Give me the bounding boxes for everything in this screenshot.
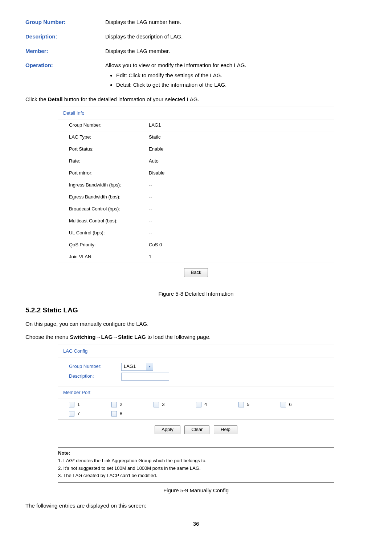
para-click-detail-post: button for the detailed information of y… [63, 96, 199, 102]
detail-row: LAG Type:Static [58, 131, 334, 143]
row-key: Ingress Bandwidth (bps): [69, 182, 149, 189]
apply-button[interactable]: Apply [155, 425, 180, 434]
detail-row: Group Number:LAG1 [58, 119, 334, 131]
row-val: Disable [149, 170, 334, 177]
detail-row: Multicast Control (bps):-- [58, 215, 334, 227]
row-key: Rate: [69, 158, 149, 165]
row-val: Auto [149, 158, 334, 165]
def-text-operation: Allows you to view or modify the informa… [105, 61, 367, 90]
row-key: Join VLAN: [69, 254, 149, 260]
def-label-group-number: Group Number: [25, 18, 105, 26]
port-4-checkbox[interactable] [196, 402, 201, 407]
def-label-operation: Operation: [25, 61, 105, 90]
operation-bullet-detail: Detail: Click to get the information of … [116, 81, 367, 89]
detail-row: Rate:Auto [58, 155, 334, 167]
row-val: -- [149, 182, 334, 189]
para-522-b-post: to load the following page. [146, 334, 211, 340]
note-title: Note: [58, 450, 334, 457]
note-line-3: 3. The LAG created by LACP can't be modi… [58, 472, 334, 479]
figure-5-9-caption: Figure 5-9 Manually Config [25, 487, 367, 495]
lag-config-panel: LAG Config Group Number: LAG1 ▾ Descript… [58, 345, 334, 441]
row-key: Broadcast Control (bps): [69, 206, 149, 213]
operation-bullet-edit: Edit: Click to modify the settings of th… [116, 71, 367, 79]
back-button[interactable]: Back [184, 268, 208, 277]
lag-config-title: LAG Config [58, 345, 334, 357]
row-val: -- [149, 218, 334, 225]
detail-row: Egress Bandwidth (bps):-- [58, 191, 334, 203]
row-val: Static [149, 134, 334, 141]
para-click-detail-pre: Click the [25, 96, 48, 102]
trailing-para: The following entries are displayed on t… [25, 502, 367, 510]
port-8-checkbox[interactable] [111, 411, 117, 416]
port-1-checkbox[interactable] [69, 402, 74, 407]
row-key: Port Status: [69, 146, 149, 153]
note-block: Note: 1. LAG* denotes the Link Aggregati… [58, 447, 334, 483]
detail-info-title: Detail Info [58, 107, 334, 119]
row-key: LAG Type: [69, 134, 149, 141]
para-522-b-bold: Switching→LAG→Static LAG [70, 334, 146, 340]
port-3-checkbox[interactable] [154, 402, 159, 407]
description-input[interactable] [121, 373, 169, 381]
row-key: Group Number: [69, 122, 149, 129]
group-number-value: LAG1 [122, 363, 146, 370]
row-val: -- [149, 230, 334, 237]
row-key: QoS Priority: [69, 242, 149, 249]
def-label-member: Member: [25, 47, 105, 55]
port-label: 1 [77, 401, 80, 408]
port-label: 4 [204, 401, 207, 408]
group-number-select[interactable]: LAG1 ▾ [121, 363, 153, 371]
note-line-1: 1. LAG* denotes the Link Aggregation Gro… [58, 457, 334, 464]
description-label: Description: [69, 373, 113, 380]
port-5-checkbox[interactable] [238, 402, 244, 407]
group-number-label: Group Number: [69, 363, 113, 370]
para-522-a: On this page, you can manually configure… [25, 320, 367, 328]
clear-button[interactable]: Clear [184, 425, 209, 434]
member-port-grid: 1 2 3 4 5 6 7 8 [58, 398, 334, 420]
detail-row: Port Status:Enable [58, 143, 334, 155]
detail-row: Port mirror:Disable [58, 167, 334, 179]
port-2-checkbox[interactable] [111, 402, 117, 407]
para-522-b: Choose the menu Switching→LAG→Static LAG… [25, 333, 367, 341]
help-button[interactable]: Help [214, 425, 237, 434]
page-number: 36 [25, 520, 367, 528]
port-label: 3 [162, 401, 164, 408]
row-key: UL Control (bps): [69, 230, 149, 237]
port-label: 7 [77, 410, 80, 417]
port-6-checkbox[interactable] [281, 402, 286, 407]
def-text-member: Displays the LAG member. [105, 47, 367, 55]
operation-intro: Allows you to view or modify the informa… [105, 62, 246, 68]
detail-row: Broadcast Control (bps):-- [58, 203, 334, 215]
row-val: -- [149, 194, 334, 201]
row-key: Port mirror: [69, 170, 149, 177]
def-label-description: Description: [25, 33, 105, 41]
note-line-2: 2. It's not suggested to set 100M and 10… [58, 465, 334, 472]
para-click-detail: Click the Detail button for the detailed… [25, 95, 367, 103]
def-text-description: Displays the description of LAG. [105, 33, 367, 41]
figure-5-8-caption: Figure 5-8 Detailed Information [25, 290, 367, 298]
detail-row: QoS Priority:CoS 0 [58, 239, 334, 251]
detail-row: Ingress Bandwidth (bps):-- [58, 179, 334, 191]
para-522-b-pre: Choose the menu [25, 334, 70, 340]
row-val: LAG1 [149, 122, 334, 129]
heading-5-2-2: 5.2.2 Static LAG [25, 305, 367, 315]
port-label: 6 [289, 401, 291, 408]
member-port-title: Member Port [58, 386, 334, 399]
def-text-group-number: Displays the LAG number here. [105, 18, 367, 26]
chevron-down-icon: ▾ [146, 363, 153, 370]
row-key: Multicast Control (bps): [69, 218, 149, 225]
para-click-detail-bold: Detail [48, 96, 63, 102]
row-val: Enable [149, 146, 334, 153]
detail-row: UL Control (bps):-- [58, 227, 334, 239]
row-val: 1 [149, 254, 334, 260]
row-key: Egress Bandwidth (bps): [69, 194, 149, 201]
port-label: 5 [247, 401, 249, 408]
row-val: -- [149, 206, 334, 213]
port-label: 8 [120, 410, 122, 417]
operation-bullets: Edit: Click to modify the settings of th… [105, 71, 367, 89]
row-val: CoS 0 [149, 242, 334, 249]
port-label: 2 [120, 401, 122, 408]
definitions-grid: Group Number: Displays the LAG number he… [25, 18, 367, 90]
detail-row: Join VLAN:1 [58, 251, 334, 263]
port-7-checkbox[interactable] [69, 411, 74, 416]
detail-info-panel: Detail Info Group Number:LAG1 LAG Type:S… [58, 107, 334, 284]
